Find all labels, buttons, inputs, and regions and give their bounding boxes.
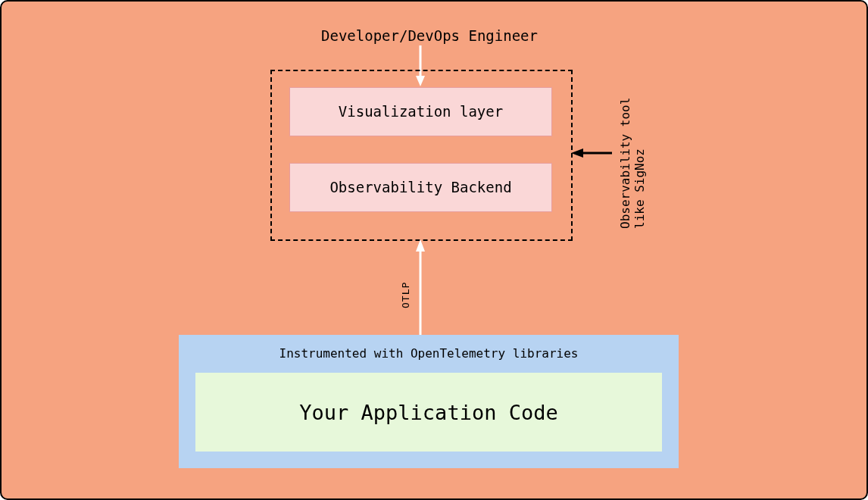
visualization-layer-box: Visualization layer <box>289 87 552 136</box>
application-group: Instrumented with OpenTelemetry librarie… <box>179 335 679 468</box>
otlp-protocol-label: OTLP <box>400 270 411 308</box>
observability-backend-box: Observability Backend <box>289 163 552 212</box>
developer-label: Developer/DevOps Engineer <box>321 27 538 44</box>
svg-marker-5 <box>416 239 425 252</box>
your-application-code-box: Your Application Code <box>195 373 662 452</box>
instrumented-caption: Instrumented with OpenTelemetry librarie… <box>179 346 679 361</box>
arrow-app-to-tool <box>416 238 425 336</box>
arrow-side-label-to-tool <box>570 148 612 158</box>
diagram-canvas: Developer/DevOps Engineer Visualization … <box>0 0 868 500</box>
svg-marker-3 <box>571 148 583 158</box>
observability-tool-side-label: Observability tool like SigNoz <box>618 77 647 229</box>
